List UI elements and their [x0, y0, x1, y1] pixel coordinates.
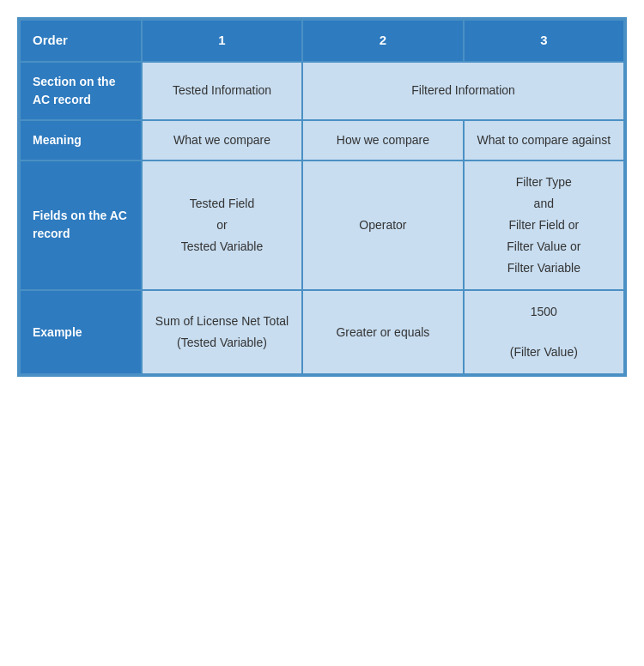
fields-col3-line3: Filter Field or	[477, 215, 611, 236]
fields-col1-line2: or	[155, 215, 289, 236]
row-label-meaning: Meaning	[20, 120, 142, 160]
example-col3-line1: 1500	[477, 301, 611, 323]
fields-col1-line3: Tested Variable	[155, 236, 289, 257]
main-table: Order 1 2 3 Section on the AC record Tes…	[17, 17, 627, 377]
row-meaning-col3: What to compare against	[464, 120, 624, 160]
header-col2: 2	[302, 20, 463, 62]
table-header-row: Order 1 2 3	[20, 20, 624, 62]
row-fields-col2: Operator	[302, 160, 463, 291]
row-label-section: Section on the AC record	[20, 62, 142, 120]
example-col1-line1: Sum of License Net Total	[155, 311, 289, 332]
row-meaning-col1: What we compare	[142, 120, 302, 160]
header-col1: 1	[142, 20, 302, 62]
table-row: Meaning What we compare How we compare W…	[20, 120, 624, 160]
fields-col3-line5: Filter Variable	[477, 257, 611, 279]
row-label-fields: Fields on the AC record	[20, 160, 142, 291]
row-fields-col1: Tested Field or Tested Variable	[142, 160, 302, 291]
fields-col3-line1: Filter Type	[477, 172, 611, 193]
fields-col1-line1: Tested Field	[155, 193, 289, 215]
header-col3: 3	[464, 20, 624, 62]
row-section-col2-3: Filtered Information	[302, 62, 624, 120]
row-example-col2: Greater or equals	[302, 290, 463, 373]
table-row: Example Sum of License Net Total (Tested…	[20, 290, 624, 373]
row-meaning-col2: How we compare	[302, 120, 463, 160]
table-row: Fields on the AC record Tested Field or …	[20, 160, 624, 291]
row-fields-col3: Filter Type and Filter Field or Filter V…	[464, 160, 624, 291]
row-example-col3: 1500 (Filter Value)	[464, 290, 624, 373]
example-col3-line2: (Filter Value)	[477, 342, 611, 363]
header-order-label: Order	[20, 20, 142, 62]
fields-col3-line2: and	[477, 193, 611, 215]
table-row: Section on the AC record Tested Informat…	[20, 62, 624, 120]
row-section-col1: Tested Information	[142, 62, 302, 120]
fields-col3-line4: Filter Value or	[477, 236, 611, 257]
example-col1-line2: (Tested Variable)	[155, 332, 289, 354]
row-label-example: Example	[20, 290, 142, 373]
row-example-col1: Sum of License Net Total (Tested Variabl…	[142, 290, 302, 373]
